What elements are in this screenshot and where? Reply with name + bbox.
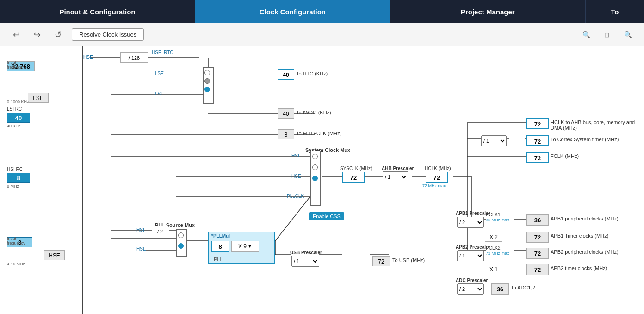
apb1-timer-box: 72 <box>526 232 549 243</box>
refresh-button[interactable]: ↺ <box>51 28 65 42</box>
adc-prescaler-label: ADC Prescaler <box>456 278 488 283</box>
pll-mul-x9[interactable]: X 9 ▼ <box>231 241 259 252</box>
hclk-ahb-box: 72 <box>526 118 549 129</box>
cortex-div-select[interactable]: / 1 <box>481 135 507 146</box>
apb1-div-select[interactable]: / 2 <box>457 217 484 228</box>
hclk-value-box: 72 <box>426 172 448 183</box>
lse-line-label: LSE <box>155 71 164 76</box>
apb2-timer-box: 72 <box>526 264 549 275</box>
usb-div-select[interactable]: / 1 <box>291 256 319 267</box>
sysclk-mux-box <box>310 151 321 206</box>
flit-label: To FLITFCLK (MHz) <box>296 131 341 136</box>
input-freq-label-bottom: Input frequency <box>7 236 32 245</box>
svg-line-36 <box>275 197 310 241</box>
hse-top-label: HSE <box>83 55 93 60</box>
nav-tools[interactable]: To <box>586 0 644 23</box>
pclk2-label: PCLK2 <box>486 245 501 251</box>
lsi-line-label: LSI <box>155 91 162 96</box>
hclk-ahb-label: HCLK to AHB bus, core, memory and DMA (M… <box>551 119 644 131</box>
range-label: 0-1000 KHz <box>7 100 29 104</box>
pll-label: PLL <box>214 257 223 262</box>
ahb-prescaler-label: AHB Prescaler <box>382 166 414 171</box>
adc-dest-label: To ADC1,2 <box>511 285 535 290</box>
hsi-mux-label: HSI <box>291 153 299 158</box>
pclk1-max-label: 36 MHz max <box>486 218 509 222</box>
input-freq-label-top: Input frequency <box>7 60 35 69</box>
rtc-mux-box <box>203 67 214 104</box>
usb-label: To USB (MHz) <box>392 257 425 263</box>
hsi-rc-label: HSI RC <box>7 167 30 172</box>
toolbar: ↩ ↪ ↺ Resolve Clock Issues 🔍 ⊡ 🔍 <box>0 23 644 46</box>
zoom-in-button[interactable]: 🔍 <box>579 28 593 42</box>
pllclk-mux-label: PLLCLK <box>287 194 304 199</box>
sysclk-radio-hsi[interactable] <box>312 154 318 159</box>
sysclk-value-box: 72 <box>342 172 365 183</box>
rtc-mux-radio2[interactable] <box>204 78 210 84</box>
hse-box: HSE <box>44 250 65 260</box>
pll-hsi-label: HSI <box>136 227 144 232</box>
nav-clock[interactable]: Clock Configuration <box>195 0 390 23</box>
sysclk-radio-hse[interactable] <box>312 164 318 170</box>
hse-div128: / 128 <box>120 52 148 63</box>
apb2-periph-box: 72 <box>526 248 549 259</box>
nav-pinout[interactable]: Pinout & Configuration <box>0 0 195 23</box>
main-area: Input frequency 32.768 LSE LSI RC 40 40 … <box>0 46 644 314</box>
lsi-rc-label: LSI RC <box>7 107 30 112</box>
pll-mul-label: *PLLMul <box>211 233 230 239</box>
iwdg-label: To IWDG (KHz) <box>296 110 331 115</box>
sysclk-mhz-label: SYSCLK (MHz) <box>340 166 372 171</box>
flit-output-box: 8 <box>278 129 294 139</box>
apb1-periph-label: APB1 peripheral clocks (MHz) <box>551 216 619 221</box>
usb-output-box: 72 <box>372 256 390 266</box>
pclk1-label: PCLK1 <box>486 212 501 217</box>
freq2-range-label: 4-16 MHz <box>7 262 25 266</box>
hsi-value: 8 <box>7 173 30 183</box>
enable-css-button[interactable]: Enable CSS <box>309 212 344 220</box>
adc-out-box: 36 <box>491 283 509 295</box>
left-panel: Input frequency 32.768 LSE LSI RC 40 40 … <box>0 46 83 314</box>
apb2-timer-x1: X 1 <box>485 264 502 274</box>
zoom-out-button[interactable]: 🔍 <box>621 28 635 42</box>
pclk2-max-label: 72 MHz max <box>486 251 509 256</box>
lse-box: LSE <box>28 93 49 103</box>
hclk-mhz-label: HCLK (MHz) <box>425 166 451 171</box>
cortex-label: To Cortex System timer (MHz) <box>551 137 619 142</box>
resolve-clock-button[interactable]: Resolve Clock Issues <box>72 28 144 41</box>
pll-hsi-div2: / 2 <box>152 226 168 236</box>
hsi-mhz-label: 8 MHz <box>7 184 30 188</box>
pll-radio-hse[interactable] <box>178 243 184 249</box>
diagram-area: HSE / 128 HSE_RTC 40 To RTC (KHz) LSE LS… <box>83 46 644 314</box>
apb2-prescaler-label: APB2 Prescaler <box>456 245 490 250</box>
usb-div-container: / 1 <box>291 250 319 261</box>
apb2-periph-label: APB2 peripheral clocks (MHz) <box>551 249 619 255</box>
undo-button[interactable]: ↩ <box>9 28 23 42</box>
apb2-div-select[interactable]: / 1 <box>457 250 484 261</box>
cortex-out-box: 72 <box>526 135 549 146</box>
hclk-max-label: 72 MHz max <box>422 183 446 188</box>
rtc-mux-radio1[interactable] <box>204 70 210 75</box>
top-navigation: Pinout & Configuration Clock Configurati… <box>0 0 644 23</box>
rtc-output-box: 40 <box>278 69 294 80</box>
redo-button[interactable]: ↪ <box>30 28 44 42</box>
hse-rtc-label: HSE_RTC <box>152 50 173 55</box>
sysclk-radio-pll[interactable] <box>312 176 318 181</box>
apb1-prescaler-label: APB1 Prescaler <box>456 211 490 216</box>
rtc-mux-radio3[interactable] <box>204 87 210 92</box>
adc-div-select[interactable]: / 2 <box>457 283 484 295</box>
pll-source-mux-box <box>176 229 187 257</box>
nav-project[interactable]: Project Manager <box>390 0 586 23</box>
pll-radio-hsi[interactable] <box>178 232 184 238</box>
fclk-label: FCLK (MHz) <box>551 153 579 159</box>
rtc-label: To RTC (KHz) <box>296 71 328 76</box>
iwdg-output-box: 40 <box>278 108 294 119</box>
hse-mux-label: HSE <box>291 174 301 179</box>
ahb-div-select[interactable]: / 1 <box>383 171 408 182</box>
apb1-timer-x2: X 2 <box>485 232 502 242</box>
pll-value-box: 8 <box>211 241 229 252</box>
pll-hse-label: HSE <box>136 246 146 251</box>
apb1-periph-box: 36 <box>526 214 549 226</box>
lsi-value: 40 <box>7 113 30 123</box>
fit-button[interactable]: ⊡ <box>600 28 614 42</box>
fclk-box: 72 <box>526 152 549 163</box>
lsi-khz-label: 40 KHz <box>7 124 30 128</box>
